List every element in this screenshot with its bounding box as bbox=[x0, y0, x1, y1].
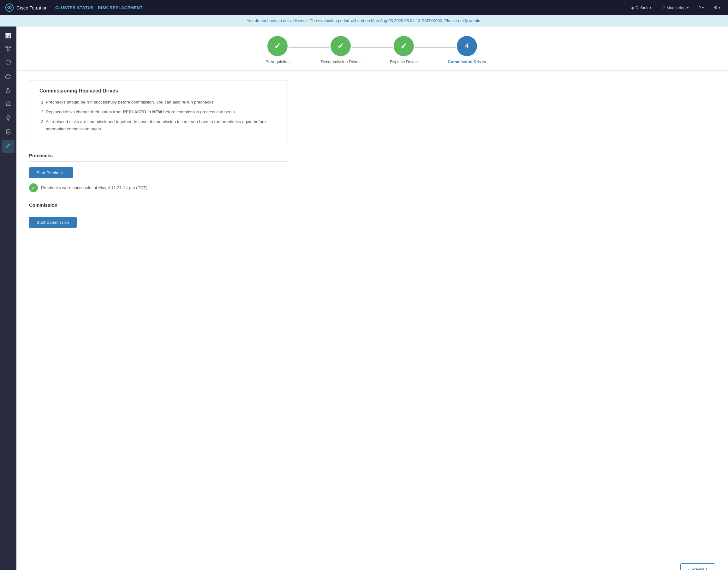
check-icon-decommission: ✓ bbox=[337, 41, 344, 51]
brand-name: Cisco Tetration bbox=[16, 5, 48, 10]
license-banner: You do not have an active license. The e… bbox=[0, 15, 728, 26]
main-layout: 📊 bbox=[0, 26, 728, 570]
wizard-steps: ✓ Prerequisites ✓ Decommission Drives bbox=[16, 26, 728, 71]
top-nav-right: ◈ Default ▾ ♡ Monitoring ▾ ? ▾ ⚙ ▾ bbox=[629, 4, 723, 11]
sidebar-item-chart[interactable]: 📊 bbox=[2, 29, 15, 42]
sidebar-item-flask[interactable] bbox=[2, 84, 15, 97]
svg-point-1 bbox=[9, 7, 10, 8]
main-content: ✓ Prerequisites ✓ Decommission Drives bbox=[16, 26, 728, 570]
main-scroll: ✓ Prerequisites ✓ Decommission Drives bbox=[16, 26, 728, 557]
check-icon-replace: ✓ bbox=[400, 41, 407, 51]
flask-icon bbox=[6, 87, 10, 94]
monitoring-dropdown[interactable]: ♡ Monitoring ▾ bbox=[659, 4, 691, 11]
brand-logo-area: Cisco Tetration bbox=[5, 3, 48, 12]
step-label-commission: Commission Drives bbox=[448, 59, 486, 64]
svg-point-10 bbox=[6, 130, 10, 131]
chart-icon: 📊 bbox=[5, 32, 11, 38]
commission-title: Commission bbox=[29, 202, 288, 211]
monitoring-chevron: ▾ bbox=[687, 6, 689, 9]
svg-line-6 bbox=[8, 48, 10, 49]
page-title: CLUSTER STATUS - DISK REPLACEMENT bbox=[55, 5, 143, 10]
step-circle-decommission: ✓ bbox=[330, 36, 351, 56]
bottom-navigation: ‹ Previous bbox=[16, 557, 728, 570]
main-wrapper: ✓ Prerequisites ✓ Decommission Drives bbox=[16, 26, 728, 570]
step-label-prerequisites: Prerequisites bbox=[265, 59, 289, 64]
svg-rect-3 bbox=[9, 46, 11, 48]
svg-line-5 bbox=[7, 48, 8, 49]
settings-icon: ⚙ bbox=[714, 5, 718, 10]
check-icon-prerequisites: ✓ bbox=[274, 41, 281, 51]
default-dropdown[interactable]: ◈ Default ▾ bbox=[629, 4, 654, 11]
default-chevron: ▾ bbox=[650, 6, 651, 9]
previous-label: Previous bbox=[691, 567, 708, 570]
prechecks-title: Prechecks bbox=[29, 153, 288, 162]
content-area: Commissioning Replaced Drives Prechecks … bbox=[16, 71, 300, 247]
topology-icon bbox=[5, 46, 11, 53]
previous-icon: ‹ bbox=[688, 567, 690, 570]
prechecks-success-icon: ✓ bbox=[29, 183, 38, 192]
sidebar-item-bell[interactable] bbox=[2, 98, 15, 111]
info-box: Commissioning Replaced Drives Prechecks … bbox=[29, 80, 288, 143]
prechecks-success: ✓ Prechecks were successful at May 4 11:… bbox=[29, 183, 288, 192]
pen-icon bbox=[6, 143, 11, 150]
step-circle-replace: ✓ bbox=[394, 36, 414, 56]
svg-rect-4 bbox=[7, 49, 9, 51]
bulb-icon bbox=[6, 115, 10, 122]
sidebar-item-database[interactable] bbox=[2, 126, 15, 139]
commission-section: Commission Start Commission bbox=[29, 202, 288, 228]
settings-chevron: ▾ bbox=[719, 6, 720, 9]
sidebar-item-pen[interactable] bbox=[2, 140, 15, 153]
shield-icon bbox=[6, 60, 11, 67]
previous-button[interactable]: ‹ Previous bbox=[680, 563, 715, 570]
info-item-1: Prechecks should be run successfully bef… bbox=[46, 99, 277, 106]
help-chevron: ▾ bbox=[702, 6, 704, 9]
step-circle-commission: 4 bbox=[457, 36, 477, 56]
step-commission: 4 Commission Drives bbox=[435, 36, 498, 64]
cloud-icon bbox=[5, 74, 11, 80]
monitoring-icon: ♡ bbox=[661, 5, 665, 10]
step-prerequisites: ✓ Prerequisites bbox=[246, 36, 309, 64]
sidebar-item-topology[interactable] bbox=[2, 43, 15, 55]
top-navigation: Cisco Tetration CLUSTER STATUS - DISK RE… bbox=[0, 0, 728, 15]
sidebar: 📊 bbox=[0, 26, 16, 570]
info-item-2: Replaced disks change their status from … bbox=[46, 108, 277, 116]
help-dropdown[interactable]: ? ▾ bbox=[696, 4, 706, 11]
start-prechecks-button[interactable]: Start Prechecks bbox=[29, 167, 73, 178]
sidebar-item-bulb[interactable] bbox=[2, 112, 15, 125]
svg-rect-2 bbox=[6, 46, 8, 48]
prechecks-success-text: Prechecks were successful at May 4 11:21… bbox=[41, 185, 149, 190]
info-box-title: Commissioning Replaced Drives bbox=[39, 88, 277, 94]
start-commission-button[interactable]: Start Commission bbox=[29, 217, 77, 228]
step-circle-prerequisites: ✓ bbox=[267, 36, 288, 56]
sidebar-item-shield[interactable] bbox=[2, 57, 15, 69]
step-replace: ✓ Replace Drives bbox=[372, 36, 435, 64]
default-icon: ◈ bbox=[631, 5, 634, 10]
step-decommission: ✓ Decommission Drives bbox=[309, 36, 372, 64]
sidebar-item-cloud[interactable] bbox=[2, 71, 15, 83]
database-icon bbox=[6, 129, 11, 136]
settings-dropdown[interactable]: ⚙ ▾ bbox=[711, 4, 723, 11]
step-label-replace: Replace Drives bbox=[390, 59, 418, 64]
step-label-decommission: Decommission Drives bbox=[321, 59, 360, 64]
info-box-list: Prechecks should be run successfully bef… bbox=[39, 99, 277, 133]
step-number-commission: 4 bbox=[465, 42, 469, 50]
info-item-3: All replaced disks are commissioned toge… bbox=[46, 118, 277, 133]
bell-icon bbox=[6, 101, 11, 108]
prechecks-section: Prechecks Start Prechecks ✓ Prechecks we… bbox=[29, 153, 288, 192]
